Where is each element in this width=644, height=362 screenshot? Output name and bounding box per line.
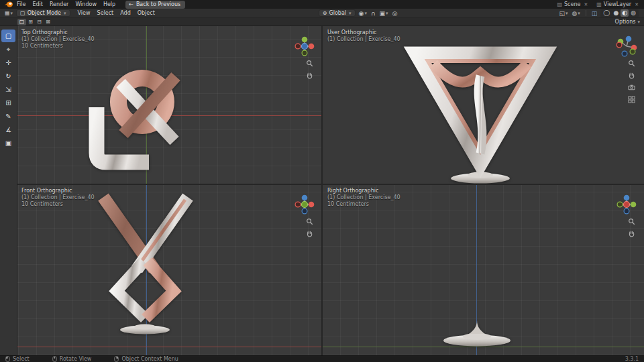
proportional-editing-toggle[interactable]: ◎ — [392, 10, 398, 17]
model-top-view[interactable] — [82, 35, 209, 176]
pan-hand-icon[interactable] — [306, 72, 313, 79]
camera-view-icon[interactable] — [628, 84, 635, 91]
tool-rotate[interactable]: ↻ — [1, 70, 15, 82]
shading-material-button[interactable]: ◐ — [621, 9, 629, 17]
status-hint-context-menu: Object Context Menu — [121, 356, 178, 362]
zoom-icon[interactable] — [306, 218, 313, 225]
transform-orientation-selector[interactable]: ⊕ Global ▾ — [319, 9, 356, 17]
xray-toggle[interactable]: ◫ — [591, 10, 598, 17]
select-mode-extend-button[interactable]: ⊞ — [26, 19, 35, 25]
tool-select-box[interactable]: ▢ — [1, 29, 15, 42]
scene-icon: ▤ — [557, 1, 562, 7]
menu-edit[interactable]: Edit — [29, 1, 46, 7]
menu-add[interactable]: Add — [117, 10, 134, 16]
snap-toggle[interactable]: ∩ — [370, 10, 376, 17]
viewport-breadcrumb: (1) Collection | Exercise_40 — [21, 194, 95, 201]
navigation-gizmo[interactable] — [616, 36, 637, 57]
viewport-grid-scale: 10 Centimeters — [21, 201, 95, 208]
menu-view[interactable]: View — [74, 10, 94, 16]
view-layer-icon: ▥ — [596, 1, 602, 7]
tool-move[interactable]: ✛ — [1, 56, 15, 69]
status-bar: Select Rotate View Object Context Menu 3… — [0, 355, 644, 362]
blender-window: File Edit Render Window Help ← Back to P… — [0, 0, 644, 362]
zoom-icon[interactable] — [306, 60, 313, 67]
viewport-title: Right Orthographic — [327, 188, 400, 194]
viewport-title: Front Orthographic — [21, 188, 95, 194]
show-gizmo-button[interactable]: ◱ ▾ — [558, 10, 568, 17]
select-mode-subtract-button[interactable]: ⊟ — [35, 19, 44, 25]
menu-file[interactable]: File — [13, 1, 29, 7]
tool-add-cube[interactable]: ▣ — [1, 137, 15, 149]
mode-selector[interactable]: ▢ Object Mode ▾ — [16, 9, 70, 17]
mouse-middle-icon — [52, 356, 57, 362]
tool-transform[interactable]: ⊞ — [1, 97, 15, 109]
top-bar: File Edit Render Window Help ← Back to P… — [0, 0, 644, 9]
shading-wireframe-button[interactable]: ◯ — [602, 9, 611, 17]
viewport-user-orthographic[interactable]: User Orthographic (1) Collection | Exerc… — [322, 26, 644, 184]
viewport-breadcrumb: (1) Collection | Exercise_40 — [327, 194, 400, 201]
separator — [586, 10, 586, 16]
navigation-gizmo[interactable] — [294, 36, 315, 57]
object-mode-icon: ▢ — [20, 10, 25, 16]
viewport-split-horizontal[interactable] — [0, 184, 644, 185]
orientation-label: Global — [329, 10, 347, 16]
view-layer-selector[interactable]: ViewLayer — [604, 1, 631, 7]
globe-icon: ⊕ — [323, 10, 327, 16]
viewport-front-orthographic[interactable]: Front Orthographic (1) Collection | Exer… — [0, 184, 322, 355]
viewport-title: User Orthographic — [327, 29, 400, 36]
snap-icon: ▣ — [380, 10, 386, 17]
overlays-icon: ◍ — [572, 10, 577, 17]
show-overlays-button[interactable]: ◍ ▾ — [571, 10, 580, 17]
quad-view-grid-icon[interactable] — [628, 96, 635, 103]
tool-scale[interactable]: ⇲ — [1, 83, 15, 96]
model-user-view[interactable] — [401, 32, 562, 184]
scene-selector[interactable]: Scene — [564, 1, 580, 7]
model-front-view[interactable] — [86, 189, 207, 342]
zoom-icon[interactable] — [628, 60, 635, 67]
menu-help[interactable]: Help — [100, 1, 119, 7]
navigation-gizmo[interactable] — [616, 194, 637, 215]
viewport-top-orthographic[interactable]: Top Orthographic (1) Collection | Exerci… — [0, 26, 322, 184]
snap-settings-dropdown[interactable]: ▣ ▾ — [379, 10, 389, 17]
view-layer-remove-icon[interactable]: ✕ — [633, 2, 640, 7]
viewport-split-vertical[interactable] — [321, 26, 323, 355]
select-mode-new-button[interactable]: ▢ — [17, 19, 26, 25]
viewport-grid-scale: 10 Centimeters — [21, 43, 95, 50]
model-right-view[interactable] — [402, 189, 557, 353]
editor-type-button[interactable]: ▦ ▾ — [3, 10, 15, 16]
status-hint-rotate-view: Rotate View — [60, 356, 92, 362]
zoom-icon[interactable] — [628, 218, 635, 225]
pan-hand-icon[interactable] — [628, 72, 635, 79]
shading-solid-button[interactable]: ● — [612, 9, 620, 17]
tool-sidebar: ▢ ⌖ ✛ ↻ ⇲ ⊞ ✎ ∡ ▣ — [0, 26, 17, 355]
menu-render[interactable]: Render — [46, 1, 72, 7]
gizmo-icon: ◱ — [559, 10, 565, 17]
editor-type-icon: ▦ — [5, 10, 10, 16]
select-mode-intersect-button[interactable]: ⊠ — [44, 19, 52, 25]
mode-label: Object Mode — [28, 10, 61, 16]
navigation-gizmo[interactable] — [294, 194, 315, 215]
viewport-breadcrumb: (1) Collection | Exercise_40 — [327, 36, 400, 43]
tool-annotate[interactable]: ✎ — [1, 110, 15, 123]
tool-measure[interactable]: ∡ — [1, 123, 15, 136]
tool-cursor[interactable]: ⌖ — [1, 43, 15, 56]
pan-hand-icon[interactable] — [628, 230, 635, 237]
menu-object[interactable]: Object — [134, 10, 158, 16]
pan-hand-icon[interactable] — [306, 230, 313, 237]
back-to-previous-button[interactable]: ← Back to Previous — [125, 1, 185, 9]
magnet-icon: ∩ — [371, 10, 376, 17]
menu-window[interactable]: Window — [72, 1, 100, 7]
viewport-header: ▦ ▾ ▢ Object Mode ▾ View Select Add Obje… — [0, 9, 644, 18]
blender-logo[interactable] — [4, 1, 13, 8]
shading-rendered-button[interactable]: ◍ — [629, 9, 637, 17]
proportional-icon: ◎ — [392, 10, 398, 17]
status-hint-select: Select — [13, 356, 30, 362]
x-axis-line — [0, 347, 322, 347]
menu-select[interactable]: Select — [94, 10, 117, 16]
scene-unlink-icon[interactable]: ✕ — [582, 2, 589, 7]
pivot-point-selector[interactable]: ◉ ▾ — [358, 10, 368, 17]
viewport-right-orthographic[interactable]: Right Orthographic (1) Collection | Exer… — [322, 184, 644, 355]
back-button-label: Back to Previous — [136, 1, 180, 7]
options-button[interactable]: Options ▾ — [615, 19, 640, 25]
quad-view: Top Orthographic (1) Collection | Exerci… — [0, 26, 644, 355]
